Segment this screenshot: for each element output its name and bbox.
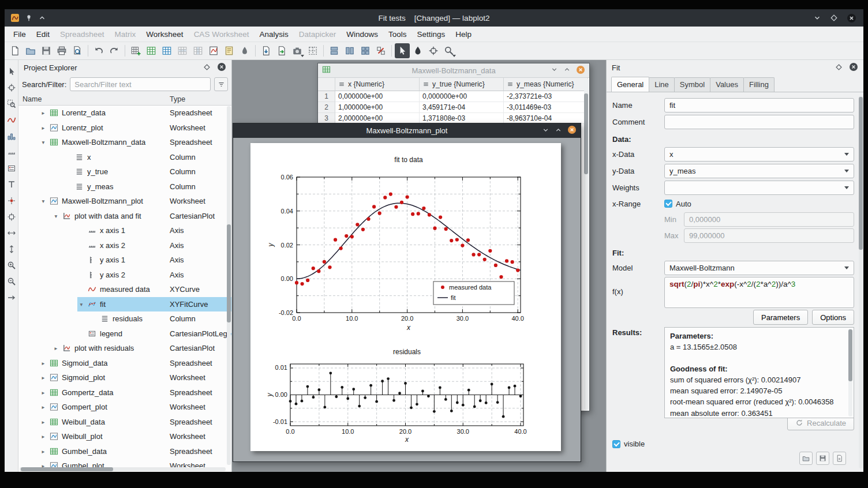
zoom-select-mode-button[interactable] xyxy=(426,43,441,58)
table-cell[interactable]: -2,373721e-03 xyxy=(504,91,588,102)
options-button[interactable]: Options xyxy=(812,310,854,325)
visible-checkbox[interactable] xyxy=(612,440,620,448)
menu-file[interactable]: File xyxy=(8,27,31,42)
tree-item-sigmoid-plot[interactable]: ▸Sigmoid_plotWorksheet xyxy=(18,370,231,385)
crosshair-mode-button[interactable] xyxy=(6,82,17,93)
tree-item-measured-data[interactable]: measured dataXYCurve xyxy=(18,282,231,297)
table-cell[interactable]: 1,000000e+00 xyxy=(335,102,420,113)
undo-button[interactable] xyxy=(91,43,106,58)
expander-icon[interactable]: ▸ xyxy=(39,360,47,366)
menu-matrix[interactable]: Matrix xyxy=(110,27,141,42)
auto-scale-x-button[interactable] xyxy=(6,227,17,238)
pin-icon[interactable] xyxy=(25,14,33,22)
vertical-layout-button[interactable] xyxy=(327,43,342,58)
menu-help[interactable]: Help xyxy=(450,27,477,42)
zoom-fit-button[interactable] xyxy=(442,43,457,58)
tree-item-residuals[interactable]: residualsColumn xyxy=(18,311,231,326)
tree-item-weibull-data[interactable]: ▸Weibull_dataSpreadsheet xyxy=(18,415,231,430)
project-explorer-titlebar[interactable]: Project Explorer xyxy=(18,60,231,76)
close-dock-icon[interactable] xyxy=(217,62,226,73)
menu-edit[interactable]: Edit xyxy=(31,27,55,42)
tree-item-sigmoid-data[interactable]: ▸Sigmoid_dataSpreadsheet xyxy=(18,356,231,371)
zoom-select-button[interactable] xyxy=(6,98,17,109)
tree-item-fit[interactable]: ▾fitXYFitCurve xyxy=(18,297,231,312)
window-restore-icon[interactable] xyxy=(563,66,571,75)
load-template-button[interactable] xyxy=(799,452,813,465)
column-header-type[interactable]: Type xyxy=(170,95,185,103)
float-dock-icon[interactable] xyxy=(203,63,211,73)
tree-item-maxwell-boltzmann-plot[interactable]: ▾Maxwell-Boltzmann_plotWorksheet xyxy=(18,194,231,209)
table-cell[interactable]: -3,011469e-03 xyxy=(504,102,588,113)
explorer-vscrollbar[interactable] xyxy=(227,106,231,465)
new-matrix-button[interactable] xyxy=(159,43,174,58)
redo-button[interactable] xyxy=(107,43,122,58)
expander-icon[interactable]: ▾ xyxy=(39,198,47,204)
zoom-out-plot-button[interactable] xyxy=(6,276,17,287)
spreadsheet-vscroll-thumb[interactable] xyxy=(584,93,588,174)
menu-settings[interactable]: Settings xyxy=(412,27,451,42)
menu-spreadsheet[interactable]: Spreadsheet xyxy=(55,27,110,42)
expander-icon[interactable]: ▸ xyxy=(39,110,47,116)
formula-field[interactable]: sqrt(2/pi)*x^2*exp(-x^2/(2*a^2))/a^3 xyxy=(664,277,854,308)
tree-item-x[interactable]: xColumn xyxy=(18,150,231,165)
snap-to-grid-button[interactable] xyxy=(305,43,320,58)
residuals-plot-area[interactable]: 0.010.020.030.040.00.010.00-0.01residual… xyxy=(265,347,552,445)
expander-icon[interactable]: ▾ xyxy=(52,213,60,219)
table-cell[interactable]: 3,459171e-04 xyxy=(420,102,504,113)
open-project-button[interactable] xyxy=(23,43,38,58)
tab-general[interactable]: General xyxy=(611,77,649,92)
tree-item-gompert-plot[interactable]: ▸Gompert_plotWorksheet xyxy=(18,400,231,415)
print-button[interactable] xyxy=(54,43,69,58)
window-minimize-icon[interactable] xyxy=(542,126,549,136)
export-data-button[interactable] xyxy=(274,43,289,58)
titlebar[interactable]: Fit tests [Changed] — labplot2 xyxy=(5,9,863,27)
tree-header[interactable]: Name Type xyxy=(18,93,231,106)
tree-item-weibull-plot[interactable]: ▸Weibull_plotWorksheet xyxy=(18,429,231,444)
export-image-button[interactable] xyxy=(290,43,305,58)
worksheet-page[interactable]: 0.010.020.030.040.00.060.040.020.00-0.02… xyxy=(250,143,561,451)
copy-properties-button[interactable] xyxy=(833,452,846,465)
min-field[interactable]: 0,000000 xyxy=(684,212,854,227)
tree-item-lorentz-plot[interactable]: ▸Lorentz_plotWorksheet xyxy=(18,121,231,136)
tree-item-legend[interactable]: legendCartesianPlotLegend xyxy=(18,326,231,341)
tree-item-x-axis-2[interactable]: x axis 2Axis xyxy=(18,238,231,253)
tree-item-gumbel-data[interactable]: ▸Gumbel_dataSpreadsheet xyxy=(18,444,231,459)
save-template-button[interactable] xyxy=(816,452,829,465)
expander-icon[interactable]: ▸ xyxy=(39,448,47,455)
expander-icon[interactable]: ▸ xyxy=(39,419,47,425)
tab-filling[interactable]: Filling xyxy=(743,77,775,92)
import-data-button[interactable] xyxy=(259,43,274,58)
expander-icon[interactable]: ▸ xyxy=(39,404,47,410)
expander-icon[interactable]: ▸ xyxy=(52,345,60,351)
table-cell[interactable]: 0,000000e+00 xyxy=(420,91,504,102)
zoom-in-plot-button[interactable] xyxy=(6,260,17,271)
window-restore-icon[interactable] xyxy=(555,126,562,136)
close-icon[interactable] xyxy=(847,13,856,23)
expander-icon[interactable]: ▾ xyxy=(77,301,85,307)
menu-cas-worksheet[interactable]: CAS Worksheet xyxy=(189,27,255,42)
window-minimize-icon[interactable] xyxy=(551,66,558,75)
add-axis-button[interactable] xyxy=(6,147,17,157)
close-dock-icon[interactable] xyxy=(849,62,858,73)
new-notes-button[interactable] xyxy=(222,43,237,58)
new-worksheet-button[interactable] xyxy=(206,43,221,58)
tree-item-x-axis-1[interactable]: x axis 1Axis xyxy=(18,223,231,238)
tab-line[interactable]: Line xyxy=(649,77,675,92)
break-layout-button[interactable] xyxy=(373,43,388,58)
horizontal-layout-button[interactable] xyxy=(342,43,357,58)
results-scrollbar[interactable] xyxy=(848,329,852,416)
table-cell[interactable]: 0,000000e+00 xyxy=(335,91,420,102)
column-header-y-meas-numeric[interactable]: y_meas {Numeric} xyxy=(504,78,588,91)
parameters-button[interactable]: Parameters xyxy=(753,310,808,325)
select-mode-button[interactable] xyxy=(6,66,17,77)
menu-analysis[interactable]: Analysis xyxy=(254,27,293,42)
fit-dock-titlebar[interactable]: Fit xyxy=(607,60,863,76)
filter-options-button[interactable] xyxy=(214,77,228,91)
fit-dock-scroll-thumb[interactable] xyxy=(859,97,863,250)
name-field[interactable]: fit xyxy=(664,98,854,112)
tree-item-plot-with-residuals[interactable]: ▸plot with residualsCartesianPlot xyxy=(18,341,231,356)
add-custom-point-button[interactable] xyxy=(6,195,17,206)
tree-item-lorentz-data[interactable]: ▸Lorentz_dataSpreadsheet xyxy=(18,106,231,121)
vscroll-thumb[interactable] xyxy=(227,224,231,322)
maximize-icon[interactable] xyxy=(830,14,838,22)
